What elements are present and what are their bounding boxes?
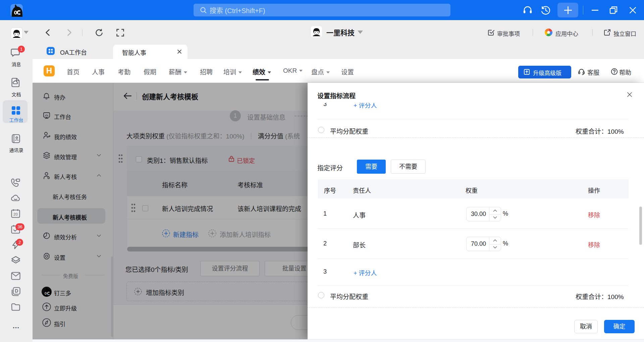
svg-text:20: 20 xyxy=(13,212,18,216)
